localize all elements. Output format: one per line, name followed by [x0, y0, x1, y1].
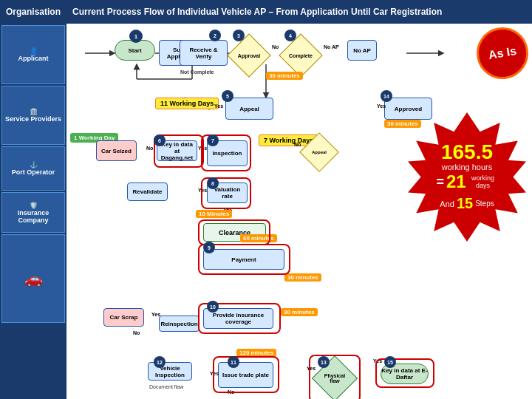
- steps-number: 15: [457, 195, 473, 212]
- yes-reinspect: Yes: [151, 312, 160, 317]
- red-highlight-13: [309, 355, 361, 399]
- applicant-icon: 👤: [30, 47, 38, 55]
- appeal-diamond-2-label: Appeal: [307, 150, 332, 154]
- sidebar-item-bottom: 🚗: [1, 234, 65, 323]
- sidebar: 👤 Applicant 🏛️ Service Providers ⚓ Port …: [0, 24, 66, 399]
- steps-label: Steps: [475, 200, 494, 208]
- step-1-number: 1: [129, 30, 143, 43]
- as-is-label: As Is: [488, 44, 518, 62]
- step-2-number: 2: [209, 30, 221, 41]
- working-days-11-badge: 11 Working Days: [155, 98, 219, 109]
- appeal-diamond-2: Appeal: [303, 136, 335, 168]
- sidebar-item-service-providers: 🏛️ Service Providers: [1, 86, 65, 145]
- step-4-number: 4: [284, 30, 296, 41]
- no-appeal: No: [294, 142, 301, 147]
- applicant-label: Applicant: [18, 55, 48, 62]
- appeal-label: Complete: [287, 53, 315, 58]
- as-is-stamp: As Is: [472, 24, 532, 83]
- page-title: Current Process Flow of Individual Vehic…: [72, 7, 526, 17]
- key-dagang-label: Appeal: [239, 106, 259, 112]
- step-8-number: 8: [207, 177, 219, 189]
- time-30min-9: 30 minutes: [284, 273, 321, 282]
- reinspection-box: Reinspection: [159, 316, 200, 332]
- car-scrap-box: Car Scrap: [103, 308, 144, 327]
- sidebar-item-applicant: 👤 Applicant: [1, 25, 65, 84]
- revalidate-box: Revalidate: [127, 183, 168, 201]
- no-6: No: [146, 146, 153, 151]
- step-10-number: 10: [207, 301, 219, 313]
- service-icon: 🏛️: [30, 108, 38, 115]
- receive-verify-label: Receive & Verify: [182, 47, 225, 60]
- content-area: 👤 Applicant 🏛️ Service Providers ⚓ Port …: [0, 24, 532, 399]
- appeal-diamond: Complete: [282, 37, 319, 74]
- port-icon: ⚓: [30, 161, 38, 168]
- approval-diamond: Approval: [231, 37, 267, 74]
- car-seized-box: Car Seized: [96, 140, 137, 161]
- receive-verify-box: Receive & Verify: [180, 40, 228, 66]
- approval-label: Approval: [235, 53, 263, 58]
- step-12-number: 12: [154, 356, 166, 368]
- stats-burst: 165.5 working hours = 21 working days An…: [408, 112, 526, 242]
- reinspection-label: Reinspection: [160, 321, 197, 327]
- org-label: Organisation: [6, 7, 72, 17]
- header-row: Organisation Current Process Flow of Ind…: [0, 0, 532, 24]
- port-label: Port Operator: [12, 168, 55, 176]
- bottom-logos: 🚗: [24, 270, 43, 287]
- hours-label: working hours: [442, 163, 492, 171]
- yes-5: Yes: [214, 103, 223, 109]
- insurance-label: Insurance Company: [4, 209, 63, 224]
- step-11-number: 11: [228, 356, 239, 368]
- step-9-number: 9: [203, 242, 215, 253]
- step-6-number: 6: [154, 134, 166, 146]
- insurance-icon: 🛡️: [30, 202, 38, 209]
- flow-area: As Is 1 Start Submit Application 2 Recei…: [66, 24, 532, 399]
- time-10min: 10 Minutes: [196, 210, 232, 218]
- hours-number: 165.5: [441, 142, 493, 163]
- document-flaw-label: Document flaw: [149, 384, 183, 389]
- start-oval: Start: [115, 40, 155, 61]
- main-container: Organisation Current Process Flow of Ind…: [0, 0, 532, 399]
- no-reinspect: No: [133, 330, 140, 335]
- no-ap-box: No AP: [347, 40, 377, 61]
- no-label-approval: No: [272, 44, 279, 50]
- step-5-number: 5: [222, 90, 233, 102]
- step-3-number: 3: [233, 30, 245, 41]
- equals-sign: =: [436, 174, 444, 190]
- key-edaftar-label: Approved: [395, 106, 422, 112]
- revalidate-label: Revalidate: [132, 188, 162, 195]
- and-text: And: [440, 200, 454, 208]
- step-15-number: 15: [384, 356, 396, 368]
- step-14-number: 14: [381, 90, 392, 102]
- car-scrap-label: Car Scrap: [110, 314, 138, 321]
- sidebar-item-port-operator: ⚓ Port Operator: [1, 146, 65, 191]
- step-7-number: 7: [207, 134, 219, 146]
- car-seized-label: Car Seized: [101, 148, 132, 154]
- start-label: Start: [128, 47, 141, 54]
- time-30min-1: 30 minutes: [266, 72, 303, 80]
- no-ap-box-label: No AP: [353, 47, 371, 54]
- not-complete-label: Not Complete: [180, 69, 214, 75]
- no-ap-label: No AP: [324, 44, 339, 50]
- time-30min-10: 30 minutes: [281, 308, 318, 316]
- service-label: Service Providers: [5, 115, 61, 123]
- burst-content: 165.5 working hours = 21 working days An…: [408, 112, 526, 242]
- days-label: working days: [468, 174, 498, 189]
- sidebar-item-insurance-company: 🛡️ Insurance Company: [1, 192, 65, 233]
- key-dagang-box: Appeal: [225, 98, 273, 120]
- red-highlight-11: [213, 356, 279, 393]
- days-number: 21: [446, 171, 466, 192]
- step-13-number: 13: [318, 356, 330, 368]
- yes-14: Yes: [377, 103, 386, 109]
